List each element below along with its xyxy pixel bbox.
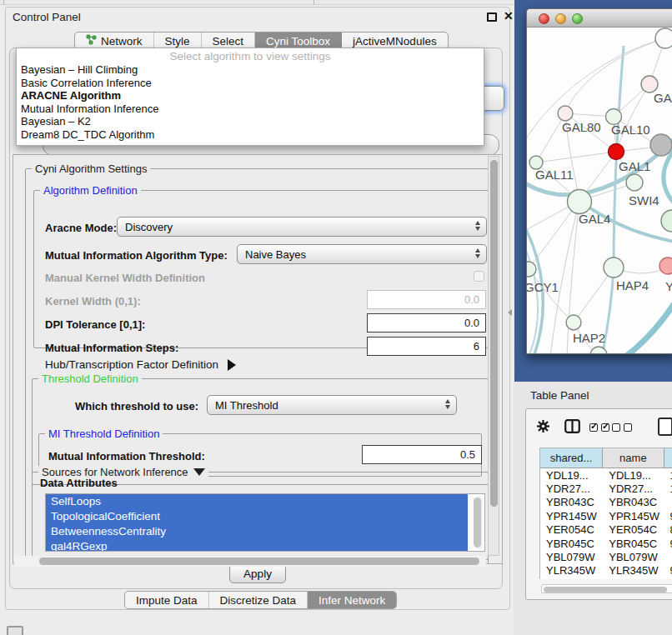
window-zoom-button[interactable] [572, 13, 583, 24]
mi-threshold-label: Mutual Information Threshold: [48, 450, 205, 462]
mi-algorithm-type-combobox[interactable]: Naive Bayes [237, 244, 487, 264]
tab-select[interactable]: Select [202, 32, 256, 49]
algorithm-option-selected[interactable]: ARACNE Algorithm [17, 89, 484, 102]
window-minimize-button[interactable] [555, 13, 566, 24]
algorithm-option[interactable]: Bayesian – K2 [17, 115, 484, 128]
table-panel-title: Table Panel [530, 389, 589, 402]
aracne-mode-combobox[interactable]: Discovery [117, 217, 487, 237]
float-window-icon[interactable] [487, 12, 497, 22]
collapse-down-icon[interactable] [193, 468, 205, 476]
combobox-value: MI Threshold [215, 399, 278, 412]
network-window-titlebar[interactable] [527, 9, 672, 28]
algorithm-option[interactable]: Mutual Information Inference [17, 102, 484, 116]
stepper-arrows-icon [475, 248, 480, 258]
window-close-button[interactable] [539, 13, 549, 24]
table-scrollbar-thumb[interactable] [544, 587, 667, 592]
algorithm-option[interactable]: Dream8 DC_TDC Algorithm [17, 128, 484, 142]
node-label: GCY1 [527, 280, 559, 294]
node-label: SWI4 [629, 193, 659, 208]
mi-algorithm-type-label: Mutual Information Algorithm Type: [45, 249, 228, 262]
node-label: GAL8 [654, 91, 672, 105]
bottom-tabbar: Impute Data Discretize Data Infer Networ… [124, 591, 397, 609]
node-gal8[interactable] [641, 76, 658, 92]
expand-right-icon [228, 359, 236, 371]
which-threshold-combobox[interactable]: MI Threshold [207, 395, 457, 415]
splitter-handle-icon[interactable] [508, 309, 512, 316]
node-gcy1[interactable] [527, 262, 536, 277]
table-horizontal-scrollbar[interactable] [541, 584, 672, 593]
column-header-name[interactable]: name [603, 448, 664, 468]
table-row[interactable]: YDL19...YDL19...13 [540, 468, 672, 482]
network-icon [86, 34, 97, 48]
tab-label: Impute Data [136, 594, 198, 607]
node-gal4[interactable] [568, 190, 592, 214]
manual-kernel-width-checkbox[interactable] [474, 271, 484, 282]
node-salmon[interactable] [659, 258, 672, 274]
aracne-mode-label: Aracne Mode: [45, 222, 117, 234]
select-all-columns-icon[interactable] [589, 422, 613, 434]
dpi-tolerance-input[interactable]: 0.0 [367, 313, 486, 332]
node-gray[interactable] [650, 134, 672, 156]
node-label: GAL1 [619, 159, 650, 173]
node-label: GAL80 [562, 120, 601, 134]
mi-steps-input[interactable]: 6 [367, 337, 486, 356]
tab-discretize-data[interactable]: Discretize Data [209, 592, 308, 608]
table-row[interactable]: YPR145WYPR145W9. [540, 509, 672, 522]
settings-horizontal-scrollbar[interactable] [14, 556, 486, 567]
apply-button[interactable]: Apply [229, 564, 286, 583]
column-header-shared[interactable]: shared... [540, 448, 603, 468]
node-unlabeled[interactable] [655, 28, 672, 48]
tab-cyni-toolbox[interactable]: Cyni Toolbox [255, 32, 342, 49]
table-row[interactable]: YBL079WYBL079W [540, 550, 672, 563]
cyni-settings-scrollpane: Cyni Algorithm Settings Algorithm Defini… [13, 154, 503, 564]
algorithm-option[interactable]: Basic Correlation Inference [17, 77, 484, 90]
list-scrollbar-thumb[interactable] [474, 498, 481, 548]
hub-definition-toggle[interactable]: Hub/Transcription Factor Definition [45, 358, 236, 371]
new-table-icon[interactable] [658, 418, 672, 436]
attribute-item-selected[interactable]: TopologicalCoefficient [46, 509, 468, 524]
kernel-width-input[interactable]: 0.0 [367, 290, 486, 309]
settings-vertical-scrollbar[interactable] [488, 156, 499, 556]
docked-panel-icon[interactable] [7, 626, 23, 635]
network-canvas[interactable]: GAL8 GAL80 GAL10 GAL1 GAL11 SWI4 GAL4 GC… [527, 28, 672, 354]
hub-definition-label: Hub/Transcription Factor Definition [45, 358, 218, 371]
tab-impute-data[interactable]: Impute Data [125, 592, 209, 608]
node-unlabeled[interactable] [661, 210, 672, 232]
gear-icon[interactable] [536, 419, 550, 436]
table-row[interactable]: YLR345WYLR345W9. [540, 564, 672, 578]
toolbar-divider [313, 0, 314, 5]
attribute-item-selected[interactable]: SelfLoops [46, 494, 468, 509]
deselect-all-columns-icon[interactable] [612, 422, 635, 434]
tab-infer-network[interactable]: Infer Network [308, 592, 396, 608]
columns-icon[interactable] [564, 419, 580, 436]
node-gal80[interactable] [558, 106, 573, 121]
table-row[interactable]: YBR045CYBR045C9. [540, 537, 672, 550]
combobox-value: Naive Bayes [245, 248, 306, 261]
which-threshold-label: Which threshold to use: [75, 400, 198, 412]
tab-style[interactable]: Style [154, 32, 202, 49]
node-swi4[interactable] [626, 174, 643, 191]
mi-threshold-input[interactable]: 0.5 [362, 445, 482, 464]
data-attributes-label: Data Attributes [40, 477, 118, 489]
node-hap2[interactable] [566, 315, 581, 330]
list-scrollbar[interactable] [475, 496, 483, 549]
horizontal-scrollbar-thumb[interactable] [39, 558, 479, 565]
table-row-clipped[interactable]: YIL052CYIL052C9 [540, 578, 672, 579]
close-icon[interactable]: ✕ [504, 9, 514, 22]
tab-network[interactable]: Network [75, 32, 154, 49]
algorithm-option[interactable]: Bayesian – Hill Climbing [17, 63, 484, 77]
table-row[interactable]: YER054CYER054C8. [540, 523, 672, 537]
node-gal1-selected[interactable] [609, 144, 624, 160]
column-header-clipped[interactable] [664, 448, 672, 468]
tab-jactivemnodules[interactable]: jActiveMNodules [342, 32, 448, 49]
node-hap4[interactable] [604, 258, 624, 278]
attribute-item-selected[interactable]: gal4RGexp [46, 539, 468, 552]
table-row[interactable]: YDR27...YDR27...12 [540, 482, 672, 495]
dpi-tolerance-label: DPI Tolerance [0,1]: [45, 318, 145, 331]
attribute-item-selected[interactable]: BetweennessCentrality [46, 524, 468, 539]
network-view-window[interactable]: GAL8 GAL80 GAL10 GAL1 GAL11 SWI4 GAL4 GC… [526, 8, 672, 354]
vertical-scrollbar-thumb[interactable] [490, 160, 498, 507]
table-row[interactable]: YBR043CYBR043C [540, 496, 672, 509]
data-attributes-list: SelfLoops TopologicalCoefficient Between… [45, 493, 485, 552]
apply-label: Apply [243, 568, 272, 580]
